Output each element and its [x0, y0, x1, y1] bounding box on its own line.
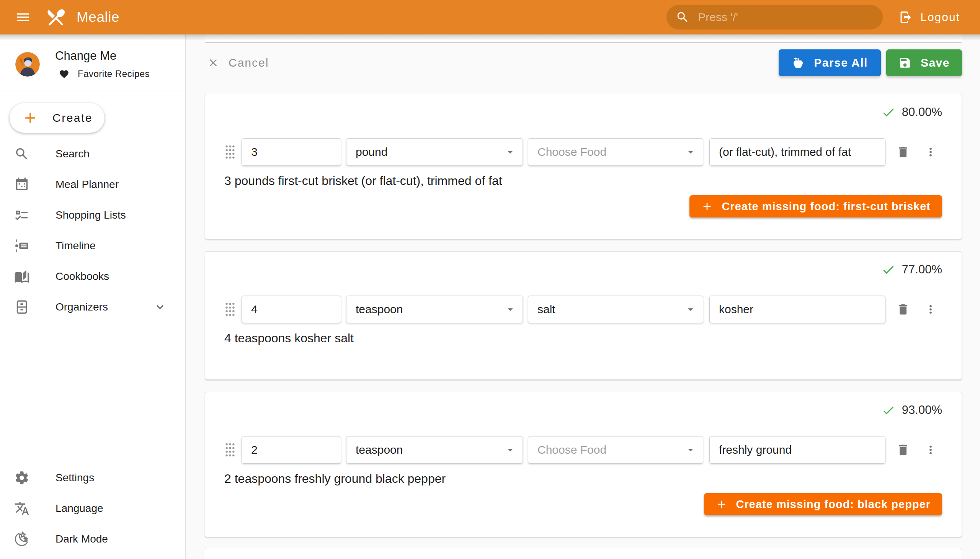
confidence-row: 77.00% — [224, 261, 942, 278]
drag-handle-icon[interactable] — [224, 301, 236, 318]
search-input[interactable] — [697, 10, 874, 24]
check-icon — [881, 403, 896, 417]
confidence-value: 80.00% — [902, 105, 942, 119]
sidebar-item-meal-planner[interactable]: Meal Planner — [0, 169, 185, 200]
check-icon — [881, 105, 896, 119]
sidebar-nav: Search Meal Planner Shopping Lists Timel… — [0, 139, 185, 322]
mealie-logo-silverware-icon — [45, 7, 67, 28]
magnify-icon — [14, 146, 30, 162]
create-missing-food-button[interactable]: Create missing food: first-cut brisket — [689, 195, 942, 217]
trash-icon — [896, 303, 910, 316]
delete-ingredient-button[interactable] — [895, 441, 911, 459]
ingredient-fields-row: teaspoon Choose Food — [224, 436, 942, 464]
unit-select[interactable]: teaspoon — [346, 296, 523, 323]
parser-toolbar: Cancel Parse All Save — [205, 50, 962, 76]
list-checks-icon — [14, 208, 30, 223]
delete-ingredient-button[interactable] — [895, 143, 911, 161]
sidebar-item-settings[interactable]: Settings — [0, 463, 185, 493]
moon-icon — [14, 531, 30, 547]
ingredient-card: 77.00% teaspoon salt — [205, 251, 962, 380]
profile-section[interactable]: Change Me Favorite Recipes — [0, 35, 185, 90]
confidence-row: 80.00% — [224, 104, 942, 120]
calendar-icon — [14, 177, 30, 192]
sidebar-item-dark-mode[interactable]: Dark Mode — [0, 524, 185, 554]
dropdown-caret-icon — [684, 444, 697, 456]
original-ingredient-text: 4 teaspoons kosher salt — [224, 331, 942, 347]
unit-select[interactable]: teaspoon — [346, 436, 523, 464]
user-avatar — [15, 52, 40, 76]
ingredient-fields-row: pound Choose Food — [224, 138, 942, 166]
sidebar-divider — [0, 90, 185, 90]
trash-icon — [896, 145, 910, 159]
dropdown-caret-icon — [504, 444, 516, 456]
heart-icon — [59, 69, 69, 79]
sidebar-item-cookbooks[interactable]: Cookbooks — [0, 261, 185, 292]
chevron-down-icon — [153, 300, 167, 314]
food-select[interactable]: Choose Food — [528, 138, 703, 166]
kebab-menu-icon — [924, 146, 937, 159]
translate-icon — [14, 501, 30, 516]
logout-icon — [899, 10, 912, 24]
dropdown-caret-icon — [684, 303, 697, 316]
menu-icon[interactable] — [15, 9, 32, 26]
unit-select[interactable]: pound — [346, 138, 523, 166]
moon-icon — [14, 531, 30, 547]
sidebar-item-search[interactable]: Search — [0, 139, 185, 169]
sidebar-item-organizers[interactable]: Organizers — [0, 292, 185, 322]
favorite-recipes-link[interactable]: Favorite Recipes — [55, 69, 150, 79]
sidebar-item-language[interactable]: Language — [0, 493, 185, 524]
sidebar-item-shopping-lists[interactable]: Shopping Lists — [0, 200, 185, 230]
confidence-value: 93.00% — [902, 403, 942, 417]
chevron-down-icon — [153, 300, 167, 314]
sidebar-bottom-nav: Settings Language Dark Mode — [0, 463, 185, 554]
timeline-icon — [14, 238, 30, 253]
ingredient-fields-row: teaspoon salt — [224, 295, 942, 324]
kebab-menu-icon — [924, 303, 937, 316]
sidebar: Change Me Favorite Recipes Create Search… — [0, 35, 186, 559]
dropdown-caret-icon — [684, 146, 697, 158]
next-card-edge — [205, 548, 962, 559]
logout-button[interactable]: Logout — [898, 8, 961, 26]
parse-all-button[interactable]: Parse All — [778, 50, 881, 76]
save-button[interactable]: Save — [886, 50, 962, 76]
cancel-button[interactable]: Cancel — [205, 56, 271, 69]
note-input[interactable] — [709, 296, 886, 323]
app-title: Mealie — [76, 9, 119, 25]
create-button[interactable]: Create — [10, 103, 104, 133]
quantity-input[interactable] — [241, 138, 341, 166]
original-ingredient-text: 3 pounds first-cut brisket (or flat-cut)… — [224, 174, 942, 189]
check-icon — [881, 263, 896, 277]
cabinet-icon — [14, 299, 30, 315]
create-missing-food-button[interactable]: Create missing food: black pepper — [704, 493, 942, 515]
quantity-input[interactable] — [241, 436, 341, 464]
close-icon — [207, 57, 219, 69]
kebab-menu-icon — [924, 443, 937, 456]
ingredient-card: 93.00% teaspoon Choose Food — [205, 392, 962, 537]
note-input[interactable] — [709, 436, 886, 464]
sidebar-item-timeline[interactable]: Timeline — [0, 230, 185, 261]
more-options-button[interactable] — [922, 441, 939, 459]
delete-ingredient-button[interactable] — [895, 300, 911, 319]
more-options-button[interactable] — [922, 143, 939, 161]
dropdown-caret-icon — [504, 146, 516, 158]
ingredient-parser-view: Cancel Parse All Save 80.00% — [186, 35, 980, 559]
note-input[interactable] — [709, 138, 886, 166]
food-select[interactable]: Choose Food — [528, 436, 703, 464]
list-checks-icon — [14, 208, 30, 223]
save-icon — [899, 56, 911, 69]
food-select[interactable]: salt — [528, 296, 703, 323]
calendar-icon — [14, 177, 30, 192]
plus-icon — [22, 109, 39, 126]
book-open-icon — [14, 269, 30, 284]
magnify-icon — [14, 146, 30, 162]
original-ingredient-text: 2 teaspoons freshly ground black pepper — [224, 472, 942, 487]
drag-handle-icon[interactable] — [224, 144, 236, 160]
apple-icon — [792, 56, 805, 69]
quantity-input[interactable] — [241, 296, 341, 323]
drag-handle-icon[interactable] — [224, 442, 236, 458]
dropdown-caret-icon — [504, 303, 516, 316]
global-search[interactable] — [666, 5, 883, 30]
more-options-button[interactable] — [922, 300, 939, 319]
user-name: Change Me — [55, 49, 150, 63]
search-icon — [676, 10, 689, 24]
